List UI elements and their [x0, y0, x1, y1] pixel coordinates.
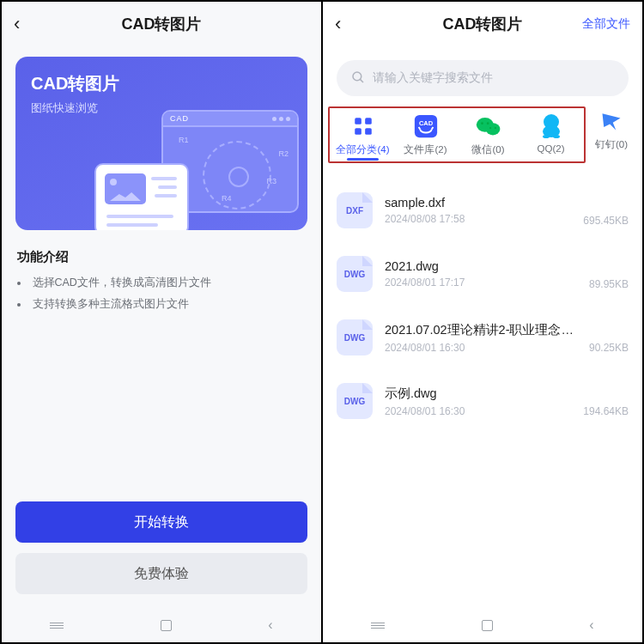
- system-nav: ‹: [323, 608, 642, 642]
- r4-label: R4: [222, 194, 232, 203]
- file-list: DXF sample.dxf 2024/08/08 17:58 695.45KB…: [323, 179, 642, 433]
- file-item[interactable]: DWG 2021.07.02理论精讲2-职业理念职业... 2024/08/01…: [323, 306, 642, 369]
- file-ext-badge: DWG: [337, 383, 373, 419]
- free-trial-button[interactable]: 免费体验: [15, 553, 307, 594]
- r2-label: R2: [278, 149, 289, 158]
- file-size: 90.25KB: [589, 342, 629, 354]
- svg-point-10: [481, 122, 483, 125]
- svg-point-11: [486, 122, 489, 125]
- back-nav-icon[interactable]: ‹: [268, 617, 272, 633]
- svg-text:CAD: CAD: [418, 119, 433, 127]
- home-icon[interactable]: [161, 620, 172, 631]
- svg-point-9: [485, 123, 500, 135]
- search-icon: [350, 70, 366, 88]
- svg-rect-4: [355, 128, 361, 135]
- wechat-icon: [476, 113, 501, 139]
- qq-icon: [538, 113, 564, 139]
- header: ‹ CAD转图片: [2, 2, 321, 46]
- file-name: 2021.dwg: [385, 259, 582, 273]
- file-size: 695.45KB: [583, 215, 629, 227]
- header: ‹ CAD转图片 全部文件: [323, 2, 642, 46]
- file-item[interactable]: DWG 示例.dwg 2024/08/01 16:30 194.64KB: [323, 369, 642, 433]
- tab-label: 文件库(2): [404, 143, 447, 156]
- gear-icon: [203, 141, 271, 210]
- back-nav-icon[interactable]: ‹: [589, 617, 593, 633]
- file-ext-badge: DXF: [337, 192, 373, 228]
- file-meta: 2024/08/08 17:58: [385, 213, 576, 225]
- picture-icon: [105, 173, 146, 204]
- r1-label: R1: [179, 136, 189, 144]
- system-nav: ‹: [2, 608, 321, 642]
- search-input[interactable]: 请输入关键字搜索文件: [337, 60, 629, 96]
- dingtalk-icon: [598, 108, 624, 134]
- window-dots-icon: [270, 114, 290, 123]
- home-icon[interactable]: [482, 620, 493, 631]
- section-title: 功能介绍: [17, 249, 306, 265]
- file-size: 89.95KB: [589, 278, 629, 290]
- back-icon[interactable]: ‹: [14, 13, 20, 35]
- tab-label: 钉钉(0): [595, 138, 628, 151]
- tab-qq[interactable]: QQ(2): [519, 112, 582, 160]
- start-convert-button[interactable]: 开始转换: [15, 501, 307, 543]
- svg-point-0: [353, 72, 361, 81]
- svg-point-13: [494, 127, 495, 129]
- feature-list: 选择CAD文件，转换成高清图片文件 支持转换多种主流格式图片文件: [17, 272, 306, 315]
- all-files-link[interactable]: 全部文件: [582, 16, 630, 32]
- category-row: 全部分类(4) CAD 文件库(2) 微信(0) QQ(2): [323, 106, 642, 163]
- feature-item: 支持转换多种主流格式图片文件: [17, 294, 306, 315]
- r3-label: R3: [266, 177, 276, 185]
- file-item[interactable]: DWG 2021.dwg 2024/08/01 17:17 89.95KB: [323, 242, 642, 306]
- file-name: 2021.07.02理论精讲2-职业理念职业...: [385, 322, 582, 338]
- tab-label: 全部分类(4): [336, 143, 389, 156]
- tab-all[interactable]: 全部分类(4): [331, 112, 394, 160]
- tab-library[interactable]: CAD 文件库(2): [394, 112, 457, 160]
- file-meta: 2024/08/01 16:30: [385, 342, 582, 354]
- file-meta: 2024/08/01 16:30: [385, 405, 576, 417]
- tab-label: QQ(2): [538, 143, 565, 154]
- svg-point-17: [553, 135, 560, 138]
- right-screen: ‹ CAD转图片 全部文件 请输入关键字搜索文件 全部分类(4) CAD 文件库…: [323, 2, 642, 642]
- file-name: 示例.dwg: [385, 386, 576, 402]
- image-card-icon: [94, 163, 189, 230]
- recents-icon[interactable]: [50, 623, 64, 629]
- page-title: CAD转图片: [122, 14, 202, 34]
- svg-rect-5: [365, 128, 372, 135]
- svg-line-1: [360, 79, 363, 82]
- svg-point-16: [543, 135, 550, 138]
- tab-label: 微信(0): [471, 143, 504, 156]
- back-icon[interactable]: ‹: [335, 13, 341, 35]
- file-meta: 2024/08/01 17:17: [385, 276, 582, 289]
- file-ext-badge: DWG: [337, 319, 373, 355]
- grid-icon: [350, 113, 376, 139]
- tab-wechat[interactable]: 微信(0): [457, 112, 519, 160]
- left-screen: ‹ CAD转图片 CAD转图片 图纸快速浏览 CAD R1 R2 R3 R4: [2, 2, 323, 642]
- cad-folder-icon: CAD: [413, 113, 439, 139]
- search-placeholder: 请输入关键字搜索文件: [373, 70, 493, 86]
- tab-dingtalk[interactable]: 钉钉(0): [586, 106, 637, 163]
- feature-item: 选择CAD文件，转换成高清图片文件: [17, 272, 306, 294]
- file-name: sample.dxf: [385, 196, 576, 210]
- hero-card: CAD转图片 图纸快速浏览 CAD R1 R2 R3 R4: [15, 57, 307, 230]
- file-ext-badge: DWG: [337, 256, 373, 292]
- svg-rect-2: [355, 118, 361, 125]
- cad-tag: CAD: [170, 114, 189, 123]
- button-area: 开始转换 免费体验: [15, 501, 307, 594]
- svg-rect-3: [365, 118, 372, 125]
- hero-title: CAD转图片: [31, 72, 292, 95]
- category-highlight-box: 全部分类(4) CAD 文件库(2) 微信(0) QQ(2): [328, 106, 586, 163]
- file-size: 194.64KB: [583, 405, 629, 417]
- hero-illustration: CAD R1 R2 R3 R4: [110, 110, 299, 230]
- page-title: CAD转图片: [443, 14, 523, 34]
- recents-icon[interactable]: [371, 623, 385, 629]
- svg-point-12: [489, 127, 491, 129]
- file-item[interactable]: DXF sample.dxf 2024/08/08 17:58 695.45KB: [323, 179, 642, 242]
